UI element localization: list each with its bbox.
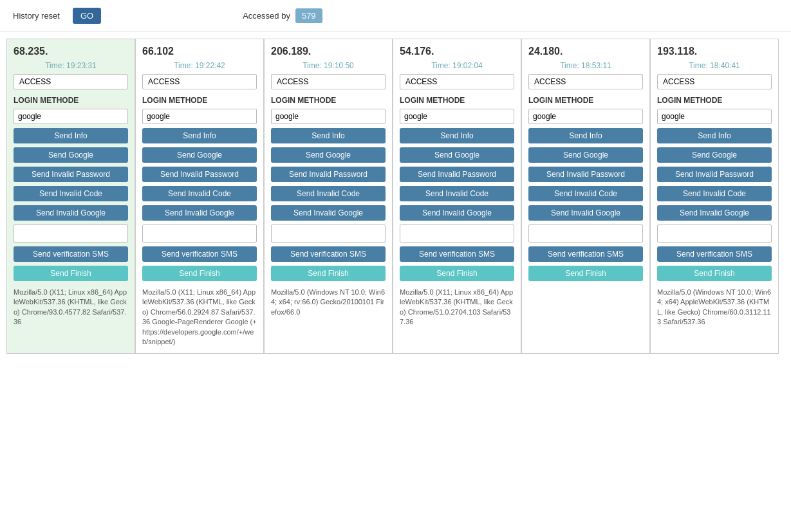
access-button[interactable]: ACCESS — [528, 74, 643, 89]
btn-send-invalid-code[interactable]: Send Invalid Code — [271, 186, 386, 201]
user-agent-text: Mozilla/5.0 (X11; Linux x86_64) AppleWeb… — [142, 288, 257, 347]
access-time: Time: 19:23:31 — [14, 61, 128, 70]
login-method-input[interactable] — [657, 109, 772, 124]
sms-input[interactable] — [657, 225, 772, 243]
ip-address: 193.118. — [657, 46, 697, 57]
btn-send-info[interactable]: Send Info — [657, 128, 772, 143]
btn-send-google[interactable]: Send Google — [400, 147, 514, 163]
column-0: 68.235. Time: 19:23:31ACCESSLOGIN METHOD… — [6, 39, 135, 354]
accessed-by-label: Accessed by — [243, 11, 290, 21]
btn-send-invalid-google[interactable]: Send Invalid Google — [400, 205, 514, 221]
btn-send-invalid-password[interactable]: Send Invalid Password — [657, 167, 772, 182]
accessed-by-section: Accessed by 579 — [243, 8, 322, 23]
sms-input[interactable] — [142, 225, 257, 243]
column-4: 24.180. Time: 18:53:11ACCESSLOGIN METHOD… — [521, 39, 650, 354]
ip-address: 68.235. — [14, 46, 48, 57]
btn-send-invalid-code[interactable]: Send Invalid Code — [142, 186, 257, 201]
btn-send-invalid-google[interactable]: Send Invalid Google — [142, 205, 257, 221]
btn-send-invalid-password[interactable]: Send Invalid Password — [400, 167, 514, 182]
login-methode-label: LOGIN METHODE — [271, 96, 386, 105]
login-method-input[interactable] — [400, 109, 514, 124]
login-method-input[interactable] — [14, 109, 128, 124]
btn-send-google[interactable]: Send Google — [142, 147, 257, 163]
accessed-count-badge: 579 — [295, 8, 322, 23]
columns-wrapper: 68.235. Time: 19:23:31ACCESSLOGIN METHOD… — [0, 32, 791, 360]
btn-send-google[interactable]: Send Google — [14, 147, 128, 163]
column-2: 206.189. Time: 19:10:50ACCESSLOGIN METHO… — [264, 39, 393, 354]
btn-send-invalid-password[interactable]: Send Invalid Password — [142, 167, 257, 182]
btn-send-invalid-google[interactable]: Send Invalid Google — [657, 205, 772, 221]
user-agent-text: Mozilla/5.0 (Windows NT 10.0; Win64; x64… — [271, 288, 386, 317]
btn-send-invalid-google[interactable]: Send Invalid Google — [14, 205, 128, 221]
send-finish-button[interactable]: Send Finish — [657, 266, 772, 281]
send-finish-button[interactable]: Send Finish — [271, 266, 386, 281]
ip-address: 206.189. — [271, 46, 311, 57]
login-methode-label: LOGIN METHODE — [528, 96, 643, 105]
btn-send-info[interactable]: Send Info — [142, 128, 257, 143]
login-methode-label: LOGIN METHODE — [14, 96, 128, 105]
btn-send-invalid-code[interactable]: Send Invalid Code — [528, 186, 643, 201]
column-1: 66.102 Time: 19:22:42ACCESSLOGIN METHODE… — [135, 39, 264, 354]
go-button[interactable]: GO — [73, 8, 101, 24]
access-button[interactable]: ACCESS — [14, 74, 128, 89]
send-finish-button[interactable]: Send Finish — [14, 266, 128, 281]
btn-send-invalid-code[interactable]: Send Invalid Code — [14, 186, 128, 201]
user-agent-text: Mozilla/5.0 (Windows NT 10.0; Win64; x64… — [657, 288, 772, 327]
btn-send-invalid-code[interactable]: Send Invalid Code — [400, 186, 514, 201]
login-method-input[interactable] — [528, 109, 643, 124]
column-3: 54.176. Time: 19:02:04ACCESSLOGIN METHOD… — [393, 39, 521, 354]
login-methode-label: LOGIN METHODE — [142, 96, 257, 105]
send-finish-button[interactable]: Send Finish — [142, 266, 257, 281]
sms-input[interactable] — [400, 225, 514, 243]
ip-address: 24.180. — [528, 46, 563, 57]
send-verification-sms-button[interactable]: Send verification SMS — [528, 246, 643, 262]
btn-send-info[interactable]: Send Info — [400, 128, 514, 143]
btn-send-invalid-password[interactable]: Send Invalid Password — [528, 167, 643, 182]
ip-address: 54.176. — [400, 46, 434, 57]
send-verification-sms-button[interactable]: Send verification SMS — [400, 246, 514, 262]
login-method-input[interactable] — [271, 109, 386, 124]
btn-send-invalid-password[interactable]: Send Invalid Password — [14, 167, 128, 182]
login-methode-label: LOGIN METHODE — [400, 96, 514, 105]
btn-send-info[interactable]: Send Info — [528, 128, 643, 143]
ip-address: 66.102 — [142, 46, 174, 57]
access-time: Time: 19:10:50 — [271, 61, 386, 70]
access-button[interactable]: ACCESS — [271, 74, 386, 89]
btn-send-google[interactable]: Send Google — [528, 147, 643, 163]
send-verification-sms-button[interactable]: Send verification SMS — [271, 246, 386, 262]
top-bar: History reset GO Accessed by 579 — [0, 0, 791, 32]
send-finish-button[interactable]: Send Finish — [528, 266, 643, 281]
btn-send-invalid-code[interactable]: Send Invalid Code — [657, 186, 772, 201]
history-reset-label: History reset — [13, 11, 60, 21]
login-methode-label: LOGIN METHODE — [657, 96, 772, 105]
btn-send-info[interactable]: Send Info — [271, 128, 386, 143]
btn-send-google[interactable]: Send Google — [657, 147, 772, 163]
send-finish-button[interactable]: Send Finish — [400, 266, 514, 281]
btn-send-invalid-password[interactable]: Send Invalid Password — [271, 167, 386, 182]
user-agent-text: Mozilla/5.0 (X11; Linux x86_64) AppleWeb… — [14, 288, 128, 327]
sms-input[interactable] — [14, 225, 128, 243]
user-agent-text: Mozilla/5.0 (X11; Linux x86_64) AppleWeb… — [400, 288, 514, 327]
access-time: Time: 19:22:42 — [142, 61, 257, 70]
btn-send-info[interactable]: Send Info — [14, 128, 128, 143]
access-time: Time: 18:40:41 — [657, 61, 772, 70]
send-verification-sms-button[interactable]: Send verification SMS — [657, 246, 772, 262]
access-time: Time: 19:02:04 — [400, 61, 514, 70]
btn-send-google[interactable]: Send Google — [271, 147, 386, 163]
sms-input[interactable] — [528, 225, 643, 243]
access-button[interactable]: ACCESS — [400, 74, 514, 89]
btn-send-invalid-google[interactable]: Send Invalid Google — [271, 205, 386, 221]
access-button[interactable]: ACCESS — [142, 74, 257, 89]
access-button[interactable]: ACCESS — [657, 74, 772, 89]
sms-input[interactable] — [271, 225, 386, 243]
send-verification-sms-button[interactable]: Send verification SMS — [142, 246, 257, 262]
access-time: Time: 18:53:11 — [528, 61, 643, 70]
send-verification-sms-button[interactable]: Send verification SMS — [14, 246, 128, 262]
login-method-input[interactable] — [142, 109, 257, 124]
column-5: 193.118. Time: 18:40:41ACCESSLOGIN METHO… — [650, 39, 779, 354]
btn-send-invalid-google[interactable]: Send Invalid Google — [528, 205, 643, 221]
